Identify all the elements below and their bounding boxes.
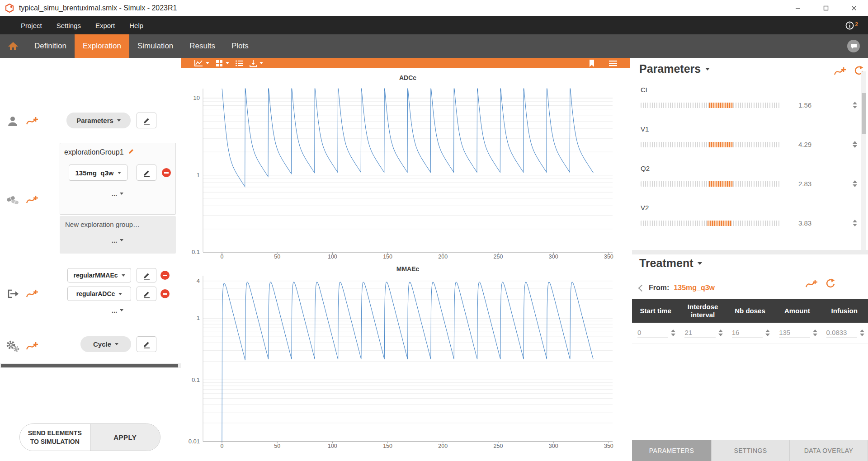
amount-field[interactable]: 135 [779,329,810,338]
add-treatment-button[interactable] [25,194,39,205]
add-element-icon [25,288,39,299]
apply-button[interactable]: APPLY [90,424,160,451]
close-button[interactable] [840,0,868,16]
previous-treatment-button[interactable] [638,284,646,292]
horizontal-scrollbar[interactable] [0,363,181,368]
treatment-select-button[interactable]: 135mg_q3w [69,165,127,181]
tab-simulation[interactable]: Simulation [129,34,181,58]
scrollbar-thumb[interactable] [1,364,178,367]
covariate-dropdown[interactable]: Cycle [80,336,131,352]
tab-results[interactable]: Results [181,34,223,58]
output-icon [0,288,25,299]
svg-text:200: 200 [438,254,448,260]
infusion-stepper[interactable] [860,329,864,336]
output-select-button-adcc[interactable]: regularADCc [67,287,131,301]
notifications-button[interactable]: 2 [845,21,858,30]
interdose-interval-stepper[interactable] [718,329,723,336]
edit-output-adcc-button[interactable] [137,287,156,301]
new-group-collapse-toggle[interactable]: ... [90,236,145,244]
menu-project[interactable]: Project [14,16,49,34]
amount-stepper[interactable] [813,329,817,336]
minimize-button[interactable] [784,0,812,16]
edit-output-mmaec-button[interactable] [137,268,156,282]
tab-settings[interactable]: SETTINGS [712,440,790,461]
feedback-button[interactable] [847,40,860,52]
remove-output-mmaec-button[interactable] [160,271,170,280]
vertical-scrollbar[interactable] [861,71,866,252]
menu-help[interactable]: Help [122,16,151,34]
edit-parameters-button[interactable] [137,113,156,128]
home-button[interactable] [0,34,26,58]
svg-text:100: 100 [328,254,337,260]
svg-text:0: 0 [221,254,224,260]
send-elements-button[interactable]: SEND ELEMENTS TO SIMULATION [20,424,90,451]
tab-plots[interactable]: Plots [223,34,257,58]
download-icon [249,59,257,67]
plot-menu-button[interactable] [609,60,617,66]
start-time-stepper[interactable] [671,329,675,336]
add-individual-button[interactable] [25,116,39,127]
remove-output-adcc-button[interactable] [160,289,170,298]
cl-slider[interactable] [641,103,780,108]
nb-doses-stepper[interactable] [765,329,770,336]
maximize-button[interactable] [812,0,840,16]
tab-definition[interactable]: Definition [26,34,75,58]
svg-text:300: 300 [549,254,558,260]
plots-area: 1010.1050100150200250300350ADCc 410.10.0… [181,58,632,461]
scrollbar-thumb[interactable] [862,93,866,134]
q2-stepper[interactable] [853,180,857,187]
treatment-section-header[interactable]: Treatment [639,257,702,270]
infusion-field[interactable]: 0.0833 [826,329,857,338]
rename-group-icon[interactable] [127,147,135,157]
add-output-button[interactable] [25,288,39,299]
nb-doses-field[interactable]: 16 [732,329,763,338]
export-plot-button[interactable] [249,59,263,67]
treatment-section-title: Treatment [639,257,693,270]
legend-list-button[interactable] [235,60,243,67]
outputs-collapse-toggle[interactable]: ... [90,306,145,314]
v2-slider[interactable] [641,221,780,226]
v1-stepper[interactable] [853,141,857,148]
reset-treatment-button[interactable] [825,278,835,289]
add-element-icon [833,66,847,77]
add-covariate-button[interactable] [25,341,39,352]
param-name: V1 [641,125,649,133]
svg-text:ADCc: ADCc [399,74,416,81]
start-time-field[interactable]: 0 [637,329,668,338]
info-icon [845,21,854,30]
add-treatment-element-button[interactable] [805,278,818,289]
q2-slider[interactable] [641,181,780,187]
menu-export[interactable]: Export [88,16,122,34]
add-parameter-element-button[interactable] [833,66,847,77]
interdose-interval-field[interactable]: 21 [684,329,715,338]
v1-slider[interactable] [641,142,780,147]
tab-parameters[interactable]: PARAMETERS [632,440,712,461]
new-exploration-group-box[interactable]: New exploration group… [60,216,176,254]
pencil-icon [142,169,151,177]
cl-value-field[interactable]: 1.56 [798,101,811,109]
parameters-section-title: Parameters [639,62,701,75]
edit-covariate-button[interactable] [137,336,156,352]
add-element-icon [805,278,818,289]
group-collapse-toggle[interactable]: ... [90,190,145,198]
cl-stepper[interactable] [853,102,857,108]
parameters-dropdown[interactable]: Parameters [66,113,131,128]
add-element-icon [25,116,39,127]
tab-exploration[interactable]: Exploration [75,34,129,58]
parameters-section-header[interactable]: Parameters [639,62,710,75]
tab-data-overlay[interactable]: DATA OVERLAY [790,440,868,461]
hamburger-icon [609,60,617,66]
output-select-button-mmaec[interactable]: regularMMAEc [67,268,131,282]
q2-value-field[interactable]: 2.83 [798,180,811,188]
v2-value-field[interactable]: 3.83 [798,219,811,227]
v1-value-field[interactable]: 4.29 [798,141,811,148]
plot-type-button[interactable] [193,59,209,67]
remove-treatment-button[interactable] [162,168,171,177]
layout-grid-button[interactable] [215,59,229,67]
chevron-down-icon [698,262,702,265]
menu-settings[interactable]: Settings [49,16,88,34]
edit-treatment-button[interactable] [137,165,156,181]
bookmark-button[interactable] [589,59,595,67]
v2-stepper[interactable] [853,220,857,226]
pencil-icon [142,271,151,280]
